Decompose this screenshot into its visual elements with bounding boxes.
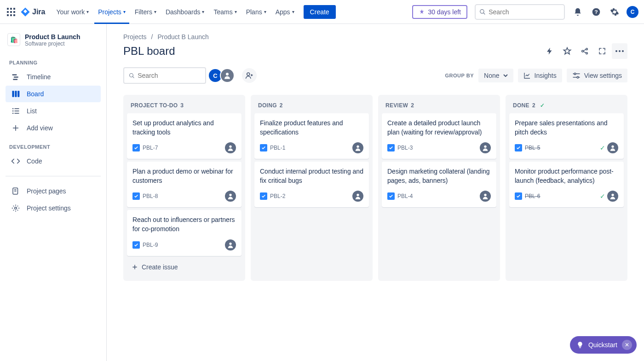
avatar-unassigned[interactable] [220,68,235,83]
plus-icon [11,123,20,133]
svg-rect-0 [7,8,9,10]
product-name: Jira [32,8,45,16]
board-search-input[interactable] [138,72,201,79]
issue-key[interactable]: PBL-4 [387,192,413,200]
global-search[interactable] [475,4,565,20]
svg-point-9 [480,9,484,13]
star-icon[interactable] [559,43,575,59]
notifications-icon[interactable] [571,6,584,18]
board-column: PROJECT TO-DO 3 Set up product analytics… [123,95,245,281]
help-icon[interactable]: ? [590,6,603,18]
assignee-avatar[interactable] [607,191,618,202]
board-column: DOING 2 Finalize product features and sp… [251,95,373,281]
issue-key[interactable]: PBL-6 [515,192,540,200]
quickstart-label: Quickstart [588,341,617,349]
issue-card[interactable]: Prepare sales presentations and pitch de… [509,113,624,159]
breadcrumb-root[interactable]: Projects [123,33,147,41]
project-header[interactable]: 🛍️ Product B Launch Software project [4,33,103,52]
done-tick-icon: ✓ [600,192,605,200]
nav-item[interactable]: Filters▾ [131,6,160,18]
sidebar-item-project-settings[interactable]: Project settings [6,200,101,216]
column-header[interactable]: PROJECT TO-DO 3 [126,99,242,113]
sidebar-label: Project settings [27,204,71,212]
create-issue-button[interactable]: Create issue [126,259,242,275]
assignee-avatar[interactable] [480,191,491,202]
assignee-avatar[interactable] [352,142,363,153]
issue-key[interactable]: PBL-1 [260,144,285,151]
quickstart-button[interactable]: Quickstart ✕ [570,336,637,354]
issue-key[interactable]: PBL-2 [260,192,285,200]
svg-line-38 [132,76,134,78]
svg-point-45 [229,146,231,148]
sidebar-label: Timeline [27,73,51,81]
nav-item[interactable]: Plans▾ [242,6,270,18]
app-switcher-icon[interactable] [6,6,17,17]
task-icon [260,144,267,151]
card-title: Finalize product features and specificat… [260,119,363,137]
issue-card[interactable]: Reach out to influencers or partners for… [127,210,242,256]
nav-item[interactable]: Teams▾ [210,6,240,18]
sidebar-item-project-pages[interactable]: Project pages [6,183,101,199]
issue-card[interactable]: Monitor product performance post-launch … [509,162,624,207]
sidebar-item-timeline[interactable]: Timeline [6,69,101,85]
issue-card[interactable]: Design marketing collateral (landing pag… [382,162,496,207]
column-header[interactable]: DOING 2 [253,99,370,113]
add-people-button[interactable] [242,68,257,83]
user-avatar[interactable]: C [627,6,638,18]
column-header[interactable]: DONE 2✓ [508,99,625,113]
sidebar-item-list[interactable]: List [6,103,101,119]
issue-key[interactable]: PBL-8 [132,192,158,200]
column-header[interactable]: REVIEW 2 [381,99,497,113]
groupby-selector[interactable]: None [478,69,513,82]
board-search[interactable] [123,67,206,84]
svg-point-19 [12,108,14,110]
svg-rect-13 [12,74,17,76]
jira-logo[interactable]: Jira [20,7,45,17]
gear-icon [11,204,20,213]
sidebar-divider [6,176,101,176]
task-icon [387,144,395,151]
svg-point-49 [356,194,359,196]
code-icon [11,157,20,166]
development-section-label: DEVELOPMENT [4,137,103,152]
insights-button[interactable]: Insights [518,69,562,82]
close-icon[interactable]: ✕ [622,340,632,350]
global-search-input[interactable] [489,8,560,16]
assignee-avatar[interactable] [607,142,618,153]
issue-card[interactable]: Finalize product features and specificat… [254,113,369,159]
issue-card[interactable]: Conduct internal product testing and fix… [254,162,369,207]
issue-key[interactable]: PBL-9 [132,241,158,249]
breadcrumb-current[interactable]: Product B Launch [157,33,208,41]
main-content: Projects / Product B Launch PBL board C [107,24,644,361]
issue-key[interactable]: PBL-7 [132,144,158,151]
issue-card[interactable]: Set up product analytics and tracking to… [127,113,242,159]
issue-key[interactable]: PBL-3 [387,144,413,151]
assignee-avatar[interactable] [225,191,236,202]
view-settings-button[interactable]: View settings [567,69,627,82]
issue-card[interactable]: Create a detailed product launch plan (w… [382,113,496,159]
svg-rect-14 [14,76,18,78]
fullscreen-icon[interactable] [594,43,610,59]
assignee-avatar[interactable] [225,239,236,250]
nav-item[interactable]: Apps▾ [272,6,298,18]
automation-icon[interactable] [542,43,558,59]
assignee-avatar[interactable] [225,142,236,153]
sidebar-item-board[interactable]: Board [6,86,101,102]
nav-item[interactable]: Dashboards▾ [162,6,208,18]
settings-icon[interactable] [608,6,621,18]
svg-point-36 [622,50,624,52]
nav-item[interactable]: Projects▾ [94,6,129,18]
issue-card[interactable]: Plan a product demo or webinar for custo… [127,162,242,207]
assignee-avatar[interactable] [480,142,491,153]
assignee-avatar[interactable] [352,191,363,202]
groupby-value: None [484,72,499,79]
sidebar-item-code[interactable]: Code [6,153,101,169]
header-actions [542,43,627,59]
sidebar-item-add-view[interactable]: Add view [6,120,101,136]
nav-item[interactable]: Your work▾ [52,6,92,18]
issue-key[interactable]: PBL-5 [515,144,540,151]
share-icon[interactable] [577,43,592,59]
create-button[interactable]: Create [304,5,336,19]
trial-days-button[interactable]: 30 days left [412,5,467,19]
more-actions-icon[interactable] [612,43,627,59]
